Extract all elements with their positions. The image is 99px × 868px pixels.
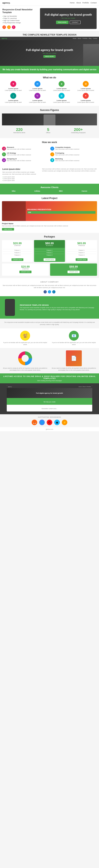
- clients-logos: Nike Adidas BBC Carere: [2, 190, 97, 192]
- linkedin-icon[interactable]: in: [52, 290, 56, 293]
- feature-label-6: Lorem ipsum dolor sit amet: [50, 101, 73, 103]
- success-image: [2, 114, 97, 125]
- package-starter-f0: Feature 1: [3, 249, 32, 251]
- phone-screen: [5, 300, 14, 315]
- package-premium-button[interactable]: ORDER NOW: [76, 258, 88, 261]
- green-band: We help you create fantastic brands by b…: [0, 66, 99, 73]
- package2-business-button[interactable]: ORDER NOW: [68, 271, 79, 273]
- logos-grid: 🐒 If you're not familiar with this appli…: [2, 331, 97, 346]
- stat-label-0: International clients: [13, 132, 25, 133]
- package-premium: $65.99 PREMIUM Feature 1 Feature 2 Featu…: [66, 240, 97, 262]
- nav-portfolio[interactable]: Portfolio: [82, 2, 89, 4]
- nav-about[interactable]: About: [76, 2, 81, 4]
- product-info: Responsive Email Newsletter Template Sig…: [2, 8, 38, 29]
- package-business-f2: Feature 3: [35, 254, 64, 256]
- feature-title-7: Lorem ipsum: [74, 100, 97, 101]
- feature-item-6: ⊞ Lorem ipsum Lorem ipsum dolor sit amet: [50, 93, 73, 103]
- nl-hero: Full digital agency for brand growth We …: [0, 40, 99, 66]
- package-premium-price: $65.99: [67, 242, 96, 245]
- chrome-icon: 🌐: [39, 420, 45, 425]
- nl-hero-sub: We help you create: [26, 52, 73, 54]
- nl-nav-home[interactable]: Home: [73, 38, 76, 39]
- project-section: Latest Project BRANDING PRESENTATION $39…: [0, 194, 99, 233]
- package-starter: $20.99 STARTER Feature 1 Feature 2 Featu…: [2, 240, 33, 262]
- top-nav[interactable]: Home About Portfolio Contact: [70, 2, 97, 4]
- package2-starter-button[interactable]: ORDER NOW: [20, 271, 31, 273]
- project-desc: Nam accumsan velit vel libero euismod, p…: [2, 225, 97, 227]
- pie-section: All you need to simply do all the all im…: [0, 348, 99, 374]
- how-title-1: Competitor Analysis: [55, 147, 79, 148]
- hero-readmore-button[interactable]: READ MORE: [56, 21, 68, 24]
- heart-icon: ♥: [12, 25, 15, 29]
- social-icons[interactable]: f t in: [2, 290, 97, 293]
- marketing-icon: ♜: [50, 158, 54, 162]
- nl-nav-about[interactable]: About: [77, 38, 81, 39]
- campaign-text: If you're not familiar with this applica…: [51, 342, 97, 346]
- nl-nav-portfolio[interactable]: Portfolio: [82, 38, 88, 39]
- nl-nav-contact[interactable]: Contact: [93, 38, 97, 39]
- feature-title-1: Lorem ipsum: [26, 88, 49, 90]
- lorem-title: Lorem ipsum dolor: [2, 168, 40, 170]
- package-business: $80.99 BUSINESS Feature 1 Feature 2 Feat…: [34, 240, 65, 262]
- how-content-2: UX Strategy Nam accumsan velit vel liber…: [7, 152, 31, 156]
- stat-number-0: 220: [13, 127, 25, 132]
- lifetime-desc: Start creating stunning email campaigns: [2, 380, 97, 381]
- newsletter-container: agency. Home About Portfolio Blog Contac…: [0, 37, 99, 432]
- nav-home[interactable]: Home: [70, 2, 74, 4]
- how-title-2: UX Strategy: [7, 152, 31, 154]
- project-device: BRANDING PRESENTATION $39: [2, 201, 97, 221]
- pie-litmus-text: All you need to simply do all the all im…: [2, 367, 48, 371]
- how-item-2: ✎ UX Strategy Nam accumsan velit vel lib…: [2, 152, 49, 156]
- package2-business-price: $88.99: [52, 265, 95, 268]
- nl-mockup-hero-text: Full digital agency for brand growth: [36, 392, 63, 394]
- hero-buttons[interactable]: READ MORE CONTACT: [56, 21, 80, 24]
- stat-item-1: 5 Offices: [46, 127, 51, 133]
- project-sidebar: [2, 201, 26, 221]
- success-section: Success Figures 220 International client…: [0, 106, 99, 138]
- nl-nav-blog[interactable]: Blog: [89, 38, 92, 39]
- pie-chart-svg: [17, 350, 33, 366]
- project-more-button[interactable]: VIEW MORE: [2, 228, 14, 230]
- how-content-5: Marketing Nam accumsan velit vel libero …: [55, 158, 79, 161]
- star-icon: ★: [7, 25, 11, 29]
- how-title-4: Designing UI: [7, 158, 31, 160]
- feature-item-0: ♥ Lorem ipsum Lorem ipsum dolor sit amet: [2, 81, 25, 91]
- package-starter-features: Feature 1 Feature 2 Feature 3: [2, 248, 33, 257]
- campaign-icon: 📧: [69, 331, 79, 341]
- features-grid: ♥ Lorem ipsum Lorem ipsum dolor sit amet…: [2, 81, 97, 103]
- feature-item-4: ♪ Lorem ipsum Lorem ipsum dolor sit amet: [2, 93, 25, 103]
- campaign-item: 📧 If you're not familiar with this appli…: [51, 331, 97, 346]
- firefox-icon: 🦊: [32, 420, 37, 425]
- mailchimp-icon: 🐒: [20, 331, 30, 341]
- agency-logo: agency.: [2, 2, 10, 4]
- lorem-list-item-1: Lorem ipsum dolor: [2, 178, 40, 180]
- nl-mockup-placeholder: Newsletter content area...: [41, 408, 58, 409]
- opera-icon: O: [47, 420, 52, 425]
- nl-hero-title: Full digital agency for brand growth: [26, 48, 73, 52]
- feature-icon-refresh: ↻: [34, 93, 40, 99]
- nl-hero-content: Full digital agency for brand growth We …: [26, 48, 73, 58]
- nl-hero-readmore-button[interactable]: READ MORE: [43, 55, 56, 58]
- hero-contact-button[interactable]: CONTACT: [70, 21, 80, 24]
- responsive-info: RESPONSIVE TEMPLATE DESIGN The responsiv…: [20, 304, 97, 311]
- clients-title: Awesome Clients: [2, 186, 97, 188]
- feature-title-5: Lorem ipsum: [26, 100, 49, 101]
- stat-item-0: 220 International clients: [13, 127, 25, 133]
- client-carere: Carere: [81, 190, 87, 192]
- nl-mockup-section: agency. Home | About | Portfolio Full di…: [0, 383, 99, 414]
- product-header: Responsive Email Newsletter Template Sig…: [0, 6, 99, 31]
- stat-label-2: Outstanding employees: [71, 132, 86, 133]
- package-business-button[interactable]: ORDER NOW: [43, 258, 56, 261]
- feature-title-0: Lorem ipsum: [2, 88, 25, 90]
- nl-top-nav: agency. Home About Portfolio Blog Contac…: [0, 37, 99, 40]
- nl-nav-links[interactable]: Home About Portfolio Blog Contact: [73, 38, 97, 39]
- package-starter-button[interactable]: ORDER NOW: [11, 258, 23, 261]
- packages-section: Packages $20.99 STARTER Feature 1 Featur…: [0, 233, 99, 278]
- pie-documentation: 📄 All you need to simply do all the all …: [51, 350, 97, 371]
- nl-mockup-green-band: We help you create: [7, 398, 92, 405]
- lorem-left-text: Nam accumsan velit vel libero euismod, p…: [2, 171, 40, 175]
- facebook-icon[interactable]: f: [43, 290, 47, 293]
- nav-contact[interactable]: Contact: [91, 2, 97, 4]
- feature-label-2: Lorem ipsum dolor sit amet: [50, 90, 73, 91]
- twitter-icon[interactable]: t: [48, 290, 51, 293]
